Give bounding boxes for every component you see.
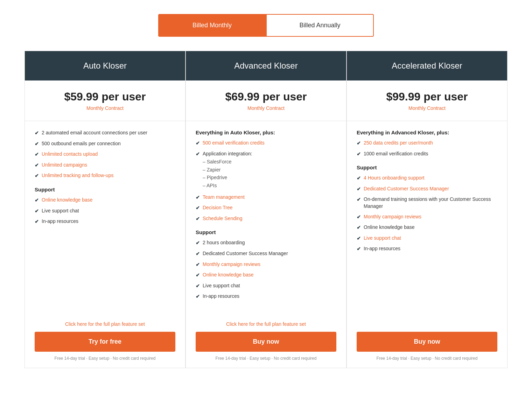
check-icon: ✔ (35, 130, 39, 137)
support-list-advanced-kloser: ✔2 hours onboarding✔Dedicated Customer S… (196, 239, 336, 300)
full-plan-link[interactable]: Click here for the full plan feature set (196, 321, 336, 327)
list-item: ✔250 data credits per user/month (357, 140, 497, 147)
check-icon: ✔ (357, 224, 361, 231)
plan-price-section-accelerated-kloser: $99.99 per userMonthly Contract (347, 80, 507, 121)
cta-button-accelerated-kloser[interactable]: Buy now (357, 332, 497, 352)
billing-monthly-button[interactable]: Billed Monthly (158, 14, 266, 37)
list-item: ✔Unlimited contacts upload (35, 151, 175, 158)
plan-card-accelerated-kloser: Accelerated Kloser$99.99 per userMonthly… (346, 51, 507, 368)
plan-name-advanced-kloser: Advanced Kloser (193, 61, 339, 71)
list-item: ✔500 outbound emails per connection (35, 140, 175, 148)
check-icon: ✔ (357, 196, 361, 203)
check-icon: ✔ (35, 197, 39, 204)
list-item: – Pipedrive (203, 174, 252, 181)
check-icon: ✔ (196, 140, 200, 147)
feature-list-advanced-kloser: ✔500 email verification credits✔Applicat… (196, 140, 336, 222)
plan-features-advanced-kloser: Everything in Auto Kloser, plus:✔500 ema… (186, 121, 346, 316)
plan-price-advanced-kloser: $69.99 per user (193, 90, 339, 103)
plans-container: Auto Kloser$59.99 per userMonthly Contra… (21, 51, 511, 368)
check-icon: ✔ (196, 205, 200, 212)
list-item: ✔2 automated email account connections p… (35, 129, 175, 137)
plan-card-advanced-kloser: Advanced Kloser$69.99 per userMonthly Co… (186, 51, 346, 368)
list-item: ✔500 email verification credits (196, 140, 336, 147)
check-icon: ✔ (196, 272, 200, 279)
plan-features-intro-advanced-kloser: Everything in Auto Kloser, plus: (196, 129, 336, 135)
check-icon: ✔ (357, 140, 361, 147)
plan-footer-accelerated-kloser: Buy nowFree 14-day trial · Easy setup · … (347, 326, 507, 368)
cta-button-auto-kloser[interactable]: Try for free (35, 332, 175, 352)
plan-contract-auto-kloser: Monthly Contract (32, 105, 178, 111)
plan-footer-auto-kloser: Click here for the full plan feature set… (25, 316, 185, 368)
check-icon: ✔ (196, 283, 200, 290)
full-plan-link[interactable]: Click here for the full plan feature set (35, 321, 175, 327)
list-item: – Zapier (203, 167, 252, 174)
check-icon: ✔ (357, 175, 361, 182)
plan-features-accelerated-kloser: Everything in Advanced Kloser, plus:✔250… (347, 121, 507, 326)
list-item: ✔Online knowledge base (196, 272, 336, 279)
feature-list-auto-kloser: ✔2 automated email account connections p… (35, 129, 175, 180)
list-item: ✔Monthly campaign reviews (196, 261, 336, 268)
check-icon: ✔ (196, 151, 200, 158)
support-heading-auto-kloser: Support (35, 187, 175, 192)
plan-header-advanced-kloser: Advanced Kloser (186, 51, 346, 80)
check-icon: ✔ (196, 240, 200, 247)
check-icon: ✔ (196, 293, 200, 300)
plan-features-auto-kloser: ✔2 automated email account connections p… (25, 121, 185, 316)
support-heading-accelerated-kloser: Support (357, 164, 497, 170)
list-item: ✔In-app resources (196, 293, 336, 300)
list-item: ✔Unlimited tracking and follow-ups (35, 172, 175, 180)
check-icon: ✔ (35, 162, 39, 169)
list-item: ✔Unlimited campaigns (35, 162, 175, 169)
check-icon: ✔ (357, 214, 361, 221)
list-item: ✔Schedule Sending (196, 215, 336, 223)
list-item: ✔Online knowledge base (35, 197, 175, 204)
feature-list-accelerated-kloser: ✔250 data credits per user/month✔1000 em… (357, 140, 497, 157)
plan-contract-advanced-kloser: Monthly Contract (193, 105, 339, 111)
list-item: ✔2 hours onboarding (196, 239, 336, 247)
list-item: – SalesForce (203, 159, 252, 166)
billing-toggle: Billed Monthly Billed Annually (7, 14, 525, 37)
plan-price-accelerated-kloser: $99.99 per user (354, 90, 500, 103)
plan-card-auto-kloser: Auto Kloser$59.99 per userMonthly Contra… (24, 51, 186, 368)
list-item: ✔Live support chat (357, 235, 497, 242)
list-item: ✔Live support chat (196, 282, 336, 290)
list-item: ✔Application integration:– SalesForce– Z… (196, 150, 336, 190)
list-item: ✔Online knowledge base (357, 224, 497, 231)
check-icon: ✔ (35, 208, 39, 215)
plan-price-section-auto-kloser: $59.99 per userMonthly Contract (25, 80, 185, 121)
check-icon: ✔ (357, 151, 361, 158)
plan-header-accelerated-kloser: Accelerated Kloser (347, 51, 507, 80)
support-list-auto-kloser: ✔Online knowledge base✔Live support chat… (35, 197, 175, 225)
list-item: – APIs (203, 182, 252, 189)
list-item: ✔Decision Tree (196, 204, 336, 212)
list-item: ✔On-demand training sessions with your C… (357, 196, 497, 210)
check-icon: ✔ (35, 151, 39, 158)
billing-annually-button[interactable]: Billed Annually (266, 14, 374, 37)
list-item: ✔Team management (196, 194, 336, 201)
support-heading-advanced-kloser: Support (196, 229, 336, 235)
support-list-accelerated-kloser: ✔4 Hours onboarding support✔Dedicated Cu… (357, 175, 497, 253)
check-icon: ✔ (357, 246, 361, 253)
list-item: ✔In-app resources (35, 218, 175, 225)
check-icon: ✔ (35, 218, 39, 225)
plan-features-intro-accelerated-kloser: Everything in Advanced Kloser, plus: (357, 129, 497, 135)
list-item: ✔Live support chat (35, 208, 175, 215)
check-icon: ✔ (35, 141, 39, 148)
check-icon: ✔ (357, 186, 361, 193)
list-item: ✔In-app resources (357, 245, 497, 253)
check-icon: ✔ (35, 173, 39, 180)
check-icon: ✔ (196, 261, 200, 268)
list-item: ✔Dedicated Customer Success Manager (196, 250, 336, 258)
plan-price-auto-kloser: $59.99 per user (32, 90, 178, 103)
plan-name-accelerated-kloser: Accelerated Kloser (354, 61, 500, 71)
cta-button-advanced-kloser[interactable]: Buy now (196, 332, 336, 352)
list-item: ✔4 Hours onboarding support (357, 175, 497, 182)
plan-contract-accelerated-kloser: Monthly Contract (354, 105, 500, 111)
plan-price-section-advanced-kloser: $69.99 per userMonthly Contract (186, 80, 346, 121)
check-icon: ✔ (196, 251, 200, 258)
check-icon: ✔ (357, 235, 361, 242)
check-icon: ✔ (196, 216, 200, 223)
trial-text-accelerated-kloser: Free 14-day trial · Easy setup · No cred… (357, 356, 497, 361)
list-item: ✔Dedicated Customer Success Manager (357, 185, 497, 193)
trial-text-auto-kloser: Free 14-day trial · Easy setup · No cred… (35, 356, 175, 361)
